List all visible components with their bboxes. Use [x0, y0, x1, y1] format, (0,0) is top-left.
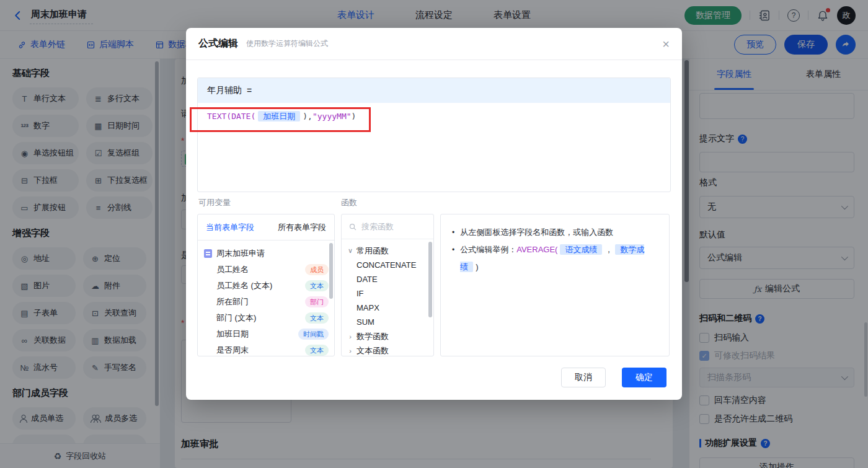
function-group[interactable]: ∨常用函数 [342, 244, 433, 258]
chevron-down-icon: ∨ [347, 247, 353, 255]
formula-function: AVERAGE( [516, 245, 557, 254]
formula-string: "yyyyMM" [312, 112, 352, 121]
function-group-label: 常用函数 [356, 245, 389, 257]
variable-row[interactable]: 是否周末文本 [204, 342, 329, 356]
confirm-button[interactable]: 确定 [622, 368, 666, 387]
field-type-badge: 部门 [305, 296, 329, 307]
search-icon [348, 223, 357, 231]
field-type-badge: 文本 [305, 345, 329, 356]
function-item[interactable]: IF [342, 286, 433, 301]
hint-text: 从左侧面板选择字段名和函数，或输入函数 [460, 224, 613, 241]
hints-panel: • 从左侧面板选择字段名和函数，或输入函数 • 公式编辑举例：AVERAGE(语… [440, 214, 670, 356]
variable-row[interactable]: 加班日期时间戳 [204, 326, 329, 342]
formula-input-area[interactable]: TEXT(DATE(加班日期),"yyyyMM") [198, 103, 670, 130]
function-group[interactable]: ›数学函数 [342, 329, 433, 343]
form-root-label: 周末加班申请 [216, 248, 265, 259]
cancel-button[interactable]: 取消 [561, 368, 606, 387]
field-type-badge: 文本 [305, 280, 329, 291]
variable-name: 员工姓名 [216, 264, 249, 275]
hint-line-example: • 公式编辑举例：AVERAGE(语文成绩，数学成绩) [452, 241, 658, 276]
variables-panel: 当前表单字段 所有表单字段 周末加班申请 员工姓名成员员工姓名 (文本)文本所在… [197, 214, 335, 356]
variables-label: 可用变量 [198, 197, 231, 208]
function-group[interactable]: ›文本函数 [342, 343, 433, 356]
variables-tabs: 当前表单字段 所有表单字段 [198, 214, 334, 241]
formula-function: TEXT( [207, 112, 231, 121]
variable-name: 部门 (文本) [216, 312, 256, 324]
modal-title: 公式编辑 [198, 37, 238, 50]
tab-all-form-fields[interactable]: 所有表单字段 [278, 222, 326, 233]
variable-name: 员工姓名 (文本) [216, 280, 272, 291]
function-item[interactable]: CONCATENATE [342, 258, 433, 272]
formula-paren: ) [352, 112, 356, 121]
hint-text: 公式编辑举例： [460, 245, 516, 254]
formula-paren: ), [303, 112, 312, 121]
search-placeholder: 搜索函数 [361, 221, 394, 232]
formula-editor: 年月辅助 = TEXT(DATE(加班日期),"yyyyMM") [197, 77, 671, 192]
variable-row[interactable]: 部门 (文本)文本 [204, 310, 329, 326]
chevron-right-icon: › [347, 347, 353, 355]
form-root-item[interactable]: 周末加班申请 [204, 245, 329, 262]
field-type-badge: 文本 [305, 312, 329, 324]
form-doc-icon [204, 249, 212, 258]
variable-row[interactable]: 员工姓名成员 [204, 262, 329, 278]
hint-example: 公式编辑举例：AVERAGE(语文成绩，数学成绩) [460, 241, 658, 276]
field-type-badge: 成员 [305, 264, 329, 275]
variables-scrollbar[interactable] [329, 243, 333, 299]
formula-target-field: 年月辅助 [207, 85, 242, 96]
app-window: 周末加班申请 表单设计 流程设定 表单设置 数据管理 ? [0, 0, 868, 468]
formula-paren: ) [476, 262, 478, 272]
equals-sign: = [247, 86, 252, 95]
variable-row[interactable]: 员工姓名 (文本)文本 [204, 278, 329, 294]
function-item[interactable]: MAPX [342, 301, 433, 315]
close-button[interactable]: × [662, 38, 670, 50]
variable-name: 所在部门 [216, 296, 249, 307]
variable-row[interactable]: 所在部门部门 [204, 294, 329, 310]
bullet-icon: • [452, 241, 454, 258]
hint-line: • 从左侧面板选择字段名和函数，或输入函数 [452, 224, 658, 241]
function-item[interactable]: SUM [342, 315, 433, 329]
formula-function: DATE( [231, 112, 255, 121]
modal-header: 公式编辑 使用数学运算符编辑公式 × [186, 28, 682, 60]
function-group-label: 数学函数 [356, 331, 389, 342]
variables-list: 周末加班申请 员工姓名成员员工姓名 (文本)文本所在部门部门部门 (文本)文本加… [198, 241, 334, 356]
tab-current-form-fields[interactable]: 当前表单字段 [206, 222, 254, 233]
function-item[interactable]: DATE [342, 272, 433, 286]
comma: ， [604, 245, 613, 254]
chevron-right-icon: › [347, 333, 353, 340]
functions-panel: 搜索函数 ∨常用函数CONCATENATEDATEIFMAPXSUM›数学函数›… [341, 214, 434, 356]
field-chip: 语文成绩 [560, 244, 602, 255]
functions-list: ∨常用函数CONCATENATEDATEIFMAPXSUM›数学函数›文本函数 [342, 239, 433, 356]
function-group-label: 文本函数 [356, 345, 389, 356]
formula-target-row: 年月辅助 = [198, 78, 670, 103]
field-chip[interactable]: 加班日期 [258, 111, 300, 121]
functions-scrollbar[interactable] [428, 242, 432, 317]
field-type-badge: 时间戳 [298, 329, 329, 340]
variable-name: 是否周末 [216, 345, 249, 356]
variable-name: 加班日期 [216, 329, 249, 340]
functions-label: 函数 [341, 197, 357, 208]
modal-subtitle: 使用数学运算符编辑公式 [246, 38, 328, 49]
function-search[interactable]: 搜索函数 [342, 214, 433, 239]
formula-edit-modal: 公式编辑 使用数学运算符编辑公式 × 年月辅助 = TEXT(DATE(加班日期… [186, 28, 682, 400]
bullet-icon: • [452, 224, 454, 241]
